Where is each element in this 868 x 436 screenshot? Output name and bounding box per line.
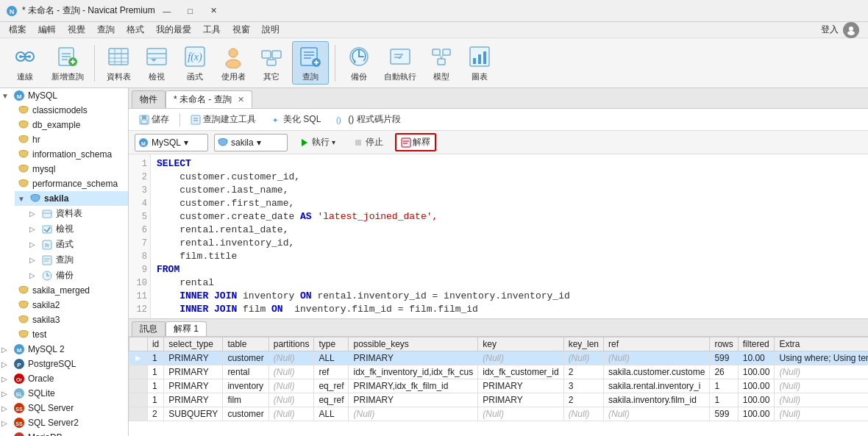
schema-selector[interactable]: sakila ▾ xyxy=(214,134,288,151)
sidebar-item-classicmodels[interactable]: classicmodels xyxy=(15,103,128,118)
snippet-button[interactable]: () () 程式碼片段 xyxy=(331,112,405,127)
toolbar-view[interactable]: 檢視 xyxy=(139,42,174,84)
save-icon xyxy=(139,115,149,125)
tab-close-button[interactable]: ✕ xyxy=(238,95,244,104)
stop-button[interactable]: 停止 xyxy=(347,135,389,150)
table-row[interactable]: ►1PRIMARYcustomer(Null)ALLPRIMARY(Null)(… xyxy=(129,351,869,365)
sidebar-item-mysql[interactable]: ▼ M MySQL xyxy=(0,88,128,103)
menu-format[interactable]: 格式 xyxy=(121,22,150,37)
code-editor[interactable]: 123456789101112131415 SELECT customer.cu… xyxy=(129,154,868,318)
results-table-area[interactable]: idselect_typetablepartitionstypepossible… xyxy=(129,337,868,436)
sidebar-item-backups[interactable]: ▷ 備份 xyxy=(26,268,128,283)
toolbar-model[interactable]: 模型 xyxy=(424,42,459,84)
table-column-header: table xyxy=(223,337,268,351)
sidebar-item-hr[interactable]: hr xyxy=(15,132,128,147)
close-button[interactable]: ✕ xyxy=(202,4,226,18)
svg-text:M: M xyxy=(17,347,22,354)
toolbar-chart[interactable]: 圖表 xyxy=(462,42,497,84)
sidebar-child-classicmodels: classicmodels xyxy=(0,103,128,118)
menu-help[interactable]: 說明 xyxy=(256,22,285,37)
table-cell-key: PRIMARY xyxy=(478,393,563,407)
toolbar-autorun[interactable]: ✓ 自動執行 xyxy=(380,42,421,84)
execute-button[interactable]: 執行 ▾ xyxy=(294,135,341,150)
sidebar-item-db_example[interactable]: db_example xyxy=(15,118,128,132)
table-cell-select_type: PRIMARY xyxy=(164,365,223,379)
execute-icon xyxy=(299,137,310,148)
tab-query[interactable]: * 未命名 - 查詢 ✕ xyxy=(166,90,252,108)
menu-tools[interactable]: 工具 xyxy=(197,22,227,37)
tab-object[interactable]: 物件 xyxy=(132,90,166,108)
sidebar-item-functions[interactable]: ▷ fx 函式 xyxy=(26,237,128,252)
menu-file[interactable]: 檔案 xyxy=(3,22,32,37)
table-row[interactable]: 1PRIMARYfilm(Null)eq_refPRIMARYPRIMARY2s… xyxy=(129,393,869,407)
toolbar-connect[interactable]: 連線 xyxy=(6,42,44,84)
toolbar-model-label: 模型 xyxy=(433,71,449,82)
sidebar-item-mariadb[interactable]: ▷ Ma MariaDB xyxy=(0,430,128,436)
table-cell-key: idx_fk_customer_id xyxy=(478,365,563,379)
table-row[interactable]: 1PRIMARYinventory(Null)eq_refPRIMARY,idx… xyxy=(129,379,869,393)
line-number: 2 xyxy=(129,171,150,184)
beautify-button[interactable]: ✦ 美化 SQL xyxy=(266,112,325,127)
db-icon-classicmodels xyxy=(18,104,29,116)
expand-arrow-views: ▷ xyxy=(29,225,38,233)
table-cell-key: (Null) xyxy=(478,407,563,421)
toolbar-function[interactable]: f(x) 函式 xyxy=(177,42,213,84)
toolbar-backup[interactable]: 備份 xyxy=(341,42,377,84)
table-row[interactable]: 1PRIMARYrental(Null)refidx_fk_inventory_… xyxy=(129,365,869,379)
sidebar-item-queries[interactable]: ▷ 查詢 xyxy=(26,252,128,268)
menu-view[interactable]: 視覺 xyxy=(62,22,91,37)
maximize-button[interactable]: □ xyxy=(179,4,202,18)
tab-query-label: * 未命名 - 查詢 xyxy=(174,93,232,106)
sidebar-item-mysql2[interactable]: mysql xyxy=(15,162,128,176)
toolbar-table[interactable]: 資料表 xyxy=(101,42,136,84)
sidebar-item-sakila_merged[interactable]: sakila_merged xyxy=(15,283,128,298)
sidebar-item-tables[interactable]: ▷ 資料表 xyxy=(26,206,128,221)
table-row[interactable]: 2SUBQUERYcustomer(Null)ALL(Null)(Null)(N… xyxy=(129,407,869,421)
sidebar-item-views[interactable]: ▷ 檢視 xyxy=(26,221,128,237)
sidebar-item-test[interactable]: test xyxy=(15,327,128,342)
sidebar-item-sqlite[interactable]: ▷ SL SQLite xyxy=(0,386,128,401)
save-button[interactable]: 儲存 xyxy=(135,112,174,127)
expand-arrow-backups: ▷ xyxy=(29,271,38,279)
sidebar-item-sqlserver[interactable]: ▷ SS SQL Server xyxy=(0,401,128,415)
sidebar-item-information_schema[interactable]: information_schema xyxy=(15,147,128,162)
table-column-header: type xyxy=(314,337,349,351)
table-icon xyxy=(105,43,132,70)
toolbar-new-query[interactable]: 新增查詢 xyxy=(47,42,88,84)
menu-window[interactable]: 視窗 xyxy=(227,22,256,37)
code-content[interactable]: SELECT customer.customer_id, customer.la… xyxy=(151,154,868,318)
result-tab-explain[interactable]: 解釋 1 xyxy=(166,321,207,336)
minimize-button[interactable]: — xyxy=(155,4,179,18)
user-icon xyxy=(220,43,246,70)
explain-button[interactable]: 解釋 xyxy=(395,133,436,151)
sidebar-item-sakila2[interactable]: sakila2 xyxy=(15,298,128,312)
menu-query[interactable]: 查詢 xyxy=(91,22,121,37)
sidebar-item-sqlserver2[interactable]: ▷ SS SQL Server2 xyxy=(0,415,128,430)
row-indicator-cell xyxy=(129,393,148,407)
menu-favorites[interactable]: 我的最愛 xyxy=(150,22,197,37)
code-line: rental xyxy=(157,276,862,290)
menu-edit[interactable]: 編輯 xyxy=(32,22,62,37)
db-icon-sakila_merged xyxy=(18,285,29,296)
build-query-button[interactable]: 查詢建立工具 xyxy=(186,112,260,127)
sidebar-item-oracle[interactable]: ▷ Or Oracle xyxy=(0,371,128,386)
toolbar-user[interactable]: 使用者 xyxy=(216,42,251,84)
result-tab-message[interactable]: 訊息 xyxy=(132,321,166,336)
toolbar-query[interactable]: 查詢 xyxy=(292,41,329,85)
db-icon-information_schema xyxy=(18,149,29,160)
sidebar-item-sakila[interactable]: ▼ sakila xyxy=(15,191,128,206)
login-label[interactable]: 登入 xyxy=(821,24,839,36)
execute-dropdown-arrow: ▾ xyxy=(332,138,335,146)
db-type-selector[interactable]: M MySQL ▾ xyxy=(135,134,208,151)
sidebar-views-label: 檢視 xyxy=(56,223,74,235)
table-cell-id: 1 xyxy=(147,393,163,407)
tab-object-label: 物件 xyxy=(140,93,157,106)
sidebar-item-performance_schema[interactable]: performance_schema xyxy=(15,176,128,191)
expand-arrow-sqlite: ▷ xyxy=(1,390,10,398)
toolbar-other[interactable]: 其它 xyxy=(254,42,289,84)
sidebar-item-mysql2-conn[interactable]: ▷ M MySQL 2 xyxy=(0,342,128,357)
sidebar-item-postgresql[interactable]: ▷ P PostgreSQL xyxy=(0,357,128,371)
sidebar-item-sakila3[interactable]: sakila3 xyxy=(15,312,128,327)
sidebar-hr-label: hr xyxy=(32,135,40,145)
table-cell-ref: (Null) xyxy=(604,351,710,365)
